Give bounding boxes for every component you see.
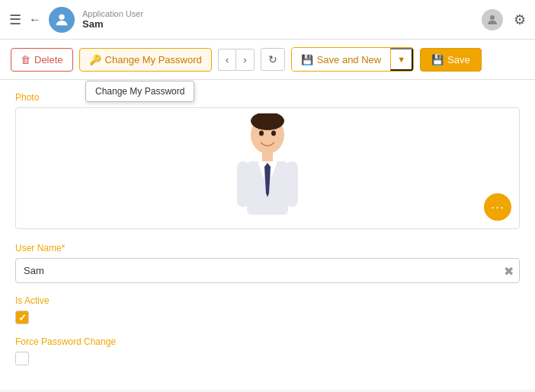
- change-password-label: Change My Password: [105, 54, 202, 65]
- svg-rect-9: [237, 161, 249, 207]
- tooltip-text: Change My Password: [95, 86, 184, 97]
- header-right: ⚙: [482, 9, 526, 30]
- svg-point-11: [259, 130, 264, 135]
- svg-point-1: [490, 15, 495, 20]
- photo-box: ···: [15, 107, 520, 229]
- header-username: Sam: [82, 18, 143, 30]
- username-input-wrapper: ✖: [15, 258, 520, 283]
- force-password-checkbox-row: [15, 352, 520, 365]
- is-active-checkbox-row: ✓: [15, 311, 520, 324]
- toolbar: 🗑 Delete 🔑 Change My Password ‹ › ↻ 💾 Sa…: [0, 40, 535, 80]
- force-password-label: Force Password Change: [15, 336, 520, 347]
- is-active-checkbox[interactable]: ✓: [15, 311, 29, 324]
- photo-section: Photo: [15, 92, 520, 229]
- back-icon[interactable]: ←: [29, 13, 41, 27]
- is-active-label: Is Active: [15, 295, 520, 306]
- svg-point-12: [271, 130, 276, 135]
- header-title: Application User Sam: [82, 9, 143, 30]
- save-new-dropdown-button[interactable]: ▼: [390, 48, 413, 71]
- svg-rect-4: [262, 151, 273, 162]
- header: ☰ ← Application User Sam ⚙: [0, 0, 535, 40]
- main-content: Photo: [0, 80, 535, 390]
- settings-icon[interactable]: ⚙: [514, 11, 526, 28]
- floppy-new-icon: 💾: [301, 54, 313, 65]
- refresh-button[interactable]: ↻: [261, 48, 285, 71]
- more-options-button[interactable]: ···: [484, 193, 511, 221]
- svg-point-0: [59, 14, 64, 19]
- prev-button[interactable]: ‹: [218, 49, 235, 71]
- header-left: ☰ ← Application User Sam: [9, 7, 482, 33]
- delete-label: Delete: [34, 54, 63, 65]
- tooltip: Change My Password: [85, 81, 194, 102]
- change-password-button[interactable]: 🔑 Change My Password: [79, 48, 212, 72]
- floppy-icon: 💾: [431, 54, 444, 65]
- save-new-button-group: 💾 Save and New ▼: [291, 47, 414, 72]
- save-button[interactable]: 💾 Save: [420, 48, 482, 72]
- trash-icon: 🗑: [21, 54, 30, 65]
- delete-button[interactable]: 🗑 Delete: [11, 48, 73, 72]
- force-password-section: Force Password Change: [15, 336, 520, 365]
- app-name: Application User: [82, 9, 143, 18]
- save-new-main-button[interactable]: 💾 Save and New: [292, 49, 391, 71]
- hamburger-icon[interactable]: ☰: [9, 11, 21, 28]
- username-label: User Name*: [15, 243, 520, 253]
- save-label: Save: [447, 54, 470, 65]
- svg-rect-10: [286, 161, 298, 207]
- avatar: [49, 7, 75, 33]
- is-active-section: Is Active ✓: [15, 295, 520, 324]
- clear-icon[interactable]: ✖: [504, 263, 514, 278]
- username-input[interactable]: [15, 258, 520, 283]
- next-button[interactable]: ›: [235, 49, 254, 71]
- username-section: User Name* ✖: [15, 243, 520, 283]
- force-password-checkbox[interactable]: [15, 352, 29, 365]
- user-avatar-icon: [482, 9, 503, 30]
- nav-arrows: ‹ ›: [218, 49, 255, 71]
- user-photo: [229, 111, 306, 225]
- key-icon: 🔑: [89, 54, 101, 65]
- save-new-label: Save and New: [317, 54, 382, 65]
- checkmark-icon: ✓: [18, 312, 27, 323]
